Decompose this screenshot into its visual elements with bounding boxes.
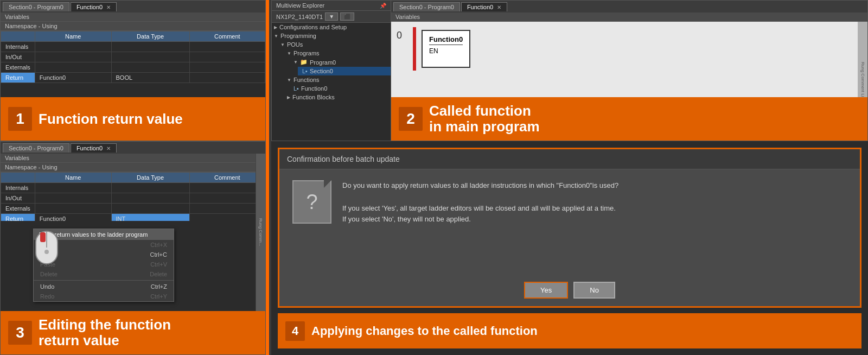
device-dropdown-btn[interactable]: ▼	[325, 12, 338, 21]
tab-close-icon[interactable]: ✕	[106, 4, 111, 10]
p3-var-type-empty1	[111, 183, 189, 193]
svg-rect-2	[40, 232, 46, 242]
var-type-bool[interactable]: BOOL	[111, 73, 189, 83]
p3-var-type-empty2	[111, 193, 189, 204]
ladder-tab-function0[interactable]: Function0 ✕	[461, 2, 507, 11]
no-button[interactable]: No	[573, 282, 615, 299]
config-label: Configurations and Setup	[279, 24, 347, 30]
p3-var-type-int[interactable]: INT	[111, 214, 189, 221]
dialog-icon-container: ?	[292, 180, 331, 224]
tree-program0[interactable]: ▼ 📁 Program0	[291, 58, 391, 67]
functions-label: Functions	[293, 77, 320, 83]
tab-function0[interactable]: Function0 ✕	[71, 2, 117, 11]
label-number-4: 4	[285, 321, 305, 341]
context-menu-undo[interactable]: Undo Ctrl+Z	[34, 282, 174, 291]
tab-section0-program0[interactable]: Section0 - Program0	[3, 2, 69, 11]
tree-section0[interactable]: L▪ Section0	[298, 67, 391, 75]
panel3-tab-close-icon[interactable]: ✕	[106, 145, 111, 151]
dialog-box: Confirmation before batch update ? Do yo…	[278, 148, 861, 308]
dialog-question-icon: ?	[292, 180, 331, 224]
tree-programs[interactable]: ▼ Programs	[285, 49, 391, 58]
function-block-title: Function0	[429, 35, 463, 45]
table-row: Internals	[1, 42, 265, 52]
panel3-namespace-header: Namespace - Using	[1, 163, 265, 172]
var-name-empty3	[35, 62, 111, 73]
p3-var-type-empty3	[111, 204, 189, 214]
tree-view: ▶ Configurations and Setup ▼ Programming…	[272, 23, 391, 141]
label-number-1: 1	[8, 107, 32, 131]
p3-var-comment-empty1	[189, 183, 265, 193]
function-block-port: EN	[429, 47, 463, 55]
tree-functions[interactable]: ▼ Functions	[285, 75, 391, 84]
var-comment-1	[189, 73, 265, 83]
tree-function0[interactable]: L▪ Function0	[291, 84, 391, 93]
p3-var-name[interactable]: Function0	[35, 214, 111, 221]
label-text-2: Called functionin main program	[429, 103, 540, 134]
tree-config[interactable]: ▶ Configurations and Setup	[272, 23, 391, 31]
dialog-text-line4: If you select 'No', they will not be app…	[342, 214, 618, 225]
ladder-editor: Section0 - Program0 Function0 ✕ Variable…	[391, 1, 867, 141]
panel3-tab-section0[interactable]: Section0 - Program0	[3, 143, 69, 153]
panel2-label: 2 Called functionin main program	[391, 97, 867, 141]
var-name-function0[interactable]: Function0	[35, 73, 111, 83]
panel3-tab-function0[interactable]: Function0 ✕	[71, 143, 117, 153]
tree-function-blocks[interactable]: ▶ Function Blocks	[285, 93, 391, 102]
rung-number: 0	[397, 30, 402, 41]
tree-pous[interactable]: ▼ POUs	[278, 40, 391, 49]
table-row: Return Function0 INT	[1, 214, 265, 221]
section-internals[interactable]: Internals	[1, 42, 35, 52]
table-row: Internals	[1, 183, 265, 193]
variables-header: Variables	[1, 12, 265, 22]
dialog-text: Do you want to apply return values to al…	[342, 180, 618, 225]
label-number-3: 3	[8, 321, 32, 345]
multiview-panel: Multiview Explorer 📌 NX1P2_1140DT1 ▼ ⬛ ▶…	[272, 1, 391, 141]
dialog-text-line1: Do you want to apply return values to al…	[342, 180, 618, 192]
p3-section-inout[interactable]: In/Out	[1, 193, 35, 204]
function0-tree-label: Function0	[301, 85, 327, 92]
table-row: Externals	[1, 62, 265, 73]
table-row: Externals	[1, 204, 265, 214]
undo-label: Undo	[40, 283, 54, 290]
p3-section-externals[interactable]: Externals	[1, 204, 35, 214]
ladder-variables-header: Variables	[391, 12, 867, 22]
section-externals[interactable]: Externals	[1, 62, 35, 73]
panel-3: Section0 - Program0 Function0 ✕ Variable…	[0, 141, 266, 355]
function-block: Function0 EN	[422, 30, 470, 68]
yes-button[interactable]: Yes	[524, 282, 568, 299]
ladder-tab-close-icon[interactable]: ✕	[497, 4, 501, 10]
var-comment-empty3	[189, 62, 265, 73]
panel-2: Multiview Explorer 📌 NX1P2_1140DT1 ▼ ⬛ ▶…	[271, 0, 868, 141]
programming-label: Programming	[280, 33, 316, 39]
context-menu-redo[interactable]: Redo Ctrl+Y	[34, 291, 174, 301]
program0-label: Program0	[310, 59, 336, 66]
undo-shortcut: Ctrl+Z	[151, 283, 167, 290]
label-text-1: Function return value	[39, 111, 183, 127]
label-text-4: Applying changes to the called function	[311, 324, 538, 338]
copy-shortcut: Ctrl+C	[150, 251, 167, 258]
tree-programming[interactable]: ▼ Programming	[272, 31, 391, 40]
multiview-header: Multiview Explorer 📌	[272, 1, 391, 11]
section-return[interactable]: Return	[1, 73, 35, 83]
panel1-tab-bar: Section0 - Program0 Function0 ✕	[1, 1, 265, 12]
col-datatype: Data Type	[111, 31, 189, 42]
panel-4: Confirmation before batch update ? Do yo…	[271, 141, 868, 355]
table-row: Return Function0 BOOL	[1, 73, 265, 83]
p3-col-name: Name	[35, 173, 111, 183]
mouse-icon	[30, 220, 66, 272]
multiview-pin-icon[interactable]: 📌	[380, 3, 386, 9]
var-name-empty1	[35, 42, 111, 52]
panel3-tab-bar: Section0 - Program0 Function0 ✕	[1, 142, 265, 154]
dialog-footer: Yes No	[279, 274, 860, 306]
label-text-3: Editing the functionreturn value	[39, 317, 171, 348]
ladder-tab-section0[interactable]: Section0 - Program0	[393, 2, 460, 11]
redo-shortcut: Ctrl+Y	[150, 293, 167, 300]
panel1-label: 1 Function return value	[1, 97, 265, 141]
device-settings-btn[interactable]: ⬛	[340, 12, 354, 21]
table-row: In/Out	[1, 193, 265, 204]
dialog-body: ? Do you want to apply return values to …	[279, 169, 860, 274]
p3-section-internals[interactable]: Internals	[1, 183, 35, 193]
panel3-variables-header: Variables	[1, 154, 265, 163]
vertical-divider	[266, 0, 269, 355]
p3-section-return[interactable]: Return	[1, 214, 35, 221]
section-inout[interactable]: In/Out	[1, 52, 35, 62]
